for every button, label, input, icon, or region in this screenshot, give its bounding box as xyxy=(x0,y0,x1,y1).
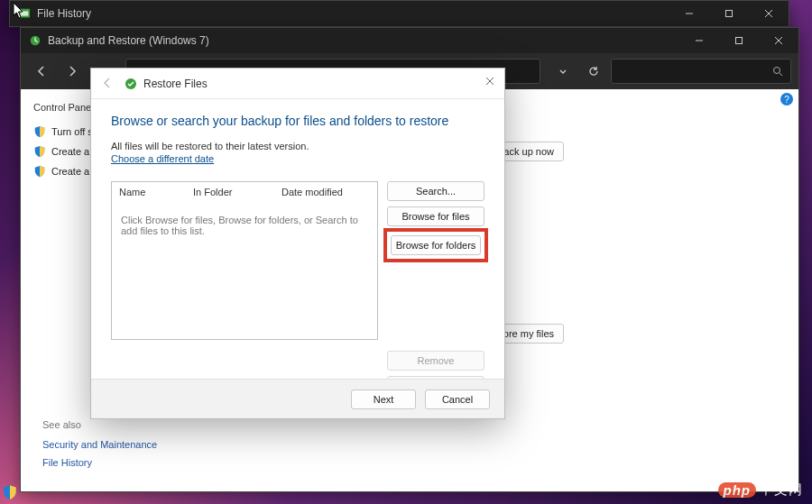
window-title: Backup and Restore (Windows 7) xyxy=(48,34,209,47)
minimize-button[interactable] xyxy=(669,1,709,26)
svg-rect-3 xyxy=(726,11,733,17)
browse-folders-button[interactable]: Browse for folders xyxy=(391,235,481,255)
remove-button: Remove xyxy=(387,351,484,371)
taskbar-shield-icon[interactable] xyxy=(2,484,18,500)
svg-point-11 xyxy=(774,68,780,74)
search-box[interactable] xyxy=(611,59,791,84)
shield-icon xyxy=(33,125,46,138)
file-list[interactable]: Name In Folder Date modified Click Brows… xyxy=(111,181,378,340)
dialog-heading: Browse or search your backup for files a… xyxy=(111,114,484,128)
col-name[interactable]: Name xyxy=(112,187,186,197)
svg-rect-8 xyxy=(736,38,743,44)
choose-date-link[interactable]: Choose a different date xyxy=(111,153,214,164)
close-button[interactable] xyxy=(749,1,789,26)
shield-icon xyxy=(33,145,46,158)
nav-back-button[interactable] xyxy=(28,58,55,85)
dialog-restore-files: Restore Files Browse or search your back… xyxy=(90,68,505,419)
col-date[interactable]: Date modified xyxy=(274,187,377,197)
dialog-subtext: All files will be restored to their late… xyxy=(111,141,484,151)
dialog-footer: Next Cancel xyxy=(91,379,504,418)
dialog-title: Restore Files xyxy=(143,78,208,90)
col-folder[interactable]: In Folder xyxy=(186,187,274,197)
nav-forward-button[interactable] xyxy=(59,58,86,85)
help-badge[interactable]: ? xyxy=(780,93,793,105)
maximize-button[interactable] xyxy=(719,28,759,53)
search-button[interactable]: Search... xyxy=(387,181,484,201)
watermark-text: 中文网 xyxy=(760,481,803,499)
window-file-history: File History xyxy=(9,0,789,27)
next-button[interactable]: Next xyxy=(351,389,416,409)
watermark: php 中文网 xyxy=(718,481,804,499)
see-also-link-filehistory[interactable]: File History xyxy=(42,457,157,468)
restore-files-icon xyxy=(124,77,138,91)
close-button[interactable] xyxy=(759,28,798,53)
refresh-button[interactable] xyxy=(580,59,607,84)
svg-line-12 xyxy=(780,73,782,76)
backup-restore-icon xyxy=(28,33,42,48)
cancel-button[interactable]: Cancel xyxy=(425,389,490,409)
watermark-pill: php xyxy=(718,482,757,498)
address-dropdown[interactable] xyxy=(549,58,577,85)
dialog-close-button[interactable] xyxy=(481,72,499,90)
browse-files-button[interactable]: Browse for files xyxy=(387,206,484,226)
highlight-annotation: Browse for folders xyxy=(383,228,488,262)
cursor-icon xyxy=(13,2,25,20)
see-also-section: See also Security and Maintenance File H… xyxy=(42,419,157,475)
list-empty-text: Click Browse for files, Browse for folde… xyxy=(112,202,377,249)
maximize-button[interactable] xyxy=(709,1,749,26)
shield-icon xyxy=(33,165,46,178)
back-icon[interactable] xyxy=(100,76,116,92)
minimize-button[interactable] xyxy=(679,28,719,53)
see-also-header: See also xyxy=(42,419,157,430)
window-title: File History xyxy=(37,7,91,20)
list-header: Name In Folder Date modified xyxy=(112,182,377,202)
search-icon xyxy=(772,66,783,77)
see-also-link-security[interactable]: Security and Maintenance xyxy=(42,439,157,450)
